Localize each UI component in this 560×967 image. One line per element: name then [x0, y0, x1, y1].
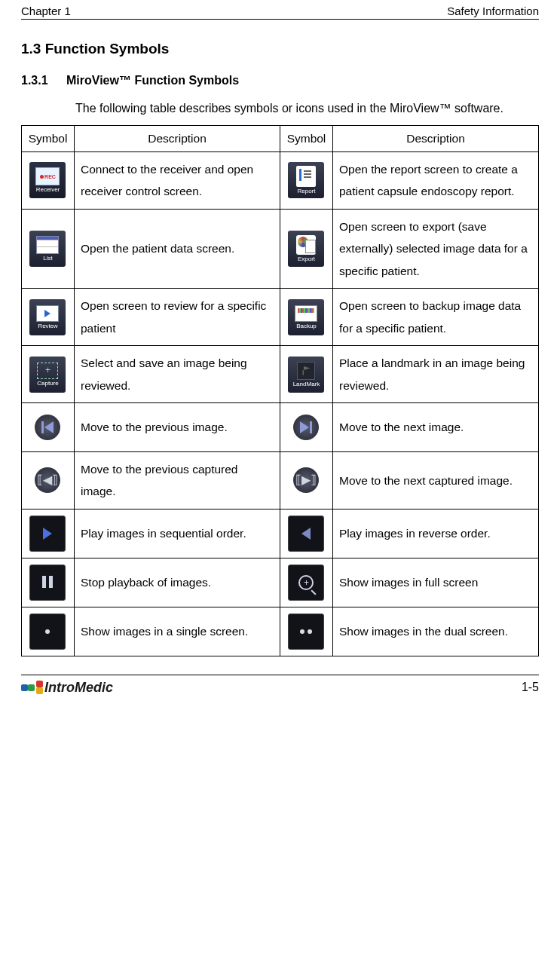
logo: IntroMedic [21, 680, 113, 696]
next-image-icon [288, 409, 324, 445]
description-cell: Open screen to review for a specific pat… [74, 289, 280, 346]
icon-caption: Backup [296, 323, 317, 329]
export-icon: Export [288, 231, 324, 267]
dual-screen-icon [288, 614, 324, 650]
description-cell: Connect to the receiver and open receive… [74, 152, 280, 210]
subsection-title: MiroView™ Function Symbols [66, 74, 239, 87]
icon-caption: Export [298, 256, 315, 262]
description-cell: Open screen to backup image data for a s… [332, 289, 538, 346]
icon-caption: Receiver [36, 186, 60, 193]
backup-icon: Backup [288, 299, 324, 335]
description-cell: Move to the next captured image. [332, 451, 538, 509]
list-icon: List [29, 231, 66, 267]
page-header: Chapter 1 Safety Information [21, 0, 539, 20]
table-row: Capture Select and save an image being r… [22, 346, 539, 403]
subsection-heading: 1.3.1 MiroView™ Function Symbols [21, 74, 539, 87]
description-cell: Show images in the dual screen. [332, 607, 538, 656]
section-number: 1.3 [21, 41, 41, 57]
next-captured-icon: ⟦▶⟧ [288, 462, 324, 498]
section-name: Function Symbols [45, 41, 170, 57]
description-cell: Select and save an image being reviewed. [74, 346, 280, 403]
header-chapter: Chapter 1 [21, 5, 71, 17]
col-header-symbol: Symbol [280, 126, 332, 152]
icon-caption: Review [38, 323, 57, 329]
section-title: 1.3 Function Symbols [21, 41, 539, 57]
prev-captured-icon: ⟦◀⟧ [29, 462, 66, 498]
description-cell: Move to the previous captured image. [74, 451, 280, 509]
description-cell: Play images in sequential order. [74, 509, 280, 558]
report-icon: Report [288, 162, 324, 198]
description-cell: Stop playback of images. [74, 558, 280, 607]
description-cell: Open screen to export (save externally) … [332, 209, 538, 288]
page-footer: IntroMedic 1-5 [21, 675, 539, 696]
play-reverse-icon [288, 516, 324, 552]
description-cell: Show images in full screen [332, 558, 538, 607]
icon-caption: Capture [37, 380, 58, 387]
description-cell: Place a landmark in an image being revie… [332, 346, 538, 403]
intro-text: The following table describes symbols or… [75, 99, 539, 118]
icon-caption: LandMark [293, 381, 320, 387]
col-header-description: Description [332, 126, 538, 152]
capture-icon: Capture [29, 357, 66, 393]
description-cell: Move to the next image. [332, 402, 538, 451]
logo-icon [36, 681, 43, 694]
description-cell: Play images in reverse order. [332, 509, 538, 558]
icon-caption: Report [297, 188, 315, 194]
description-cell: Open the report screen to create a patie… [332, 152, 538, 210]
table-row: List Open the patient data screen. Expor… [22, 209, 539, 288]
logo-text: IntroMedic [44, 680, 113, 696]
header-section: Safety Information [447, 5, 539, 17]
single-screen-icon [29, 614, 66, 650]
col-header-symbol: Symbol [22, 126, 75, 152]
fullscreen-icon: + [288, 565, 324, 601]
table-row: Play images in sequential order. Play im… [22, 509, 539, 558]
logo-icon [21, 684, 35, 691]
table-row: ⟦◀⟧ Move to the previous captured image.… [22, 451, 539, 509]
table-row: Show images in a single screen. Show ima… [22, 607, 539, 656]
page-number: 1-5 [522, 681, 539, 694]
description-cell: Open the patient data screen. [74, 209, 280, 288]
pause-icon [29, 565, 66, 601]
subsection-number: 1.3.1 [21, 74, 51, 87]
table-row: Stop playback of images. + Show images i… [22, 558, 539, 607]
table-row: Move to the previous image. Move to the … [22, 402, 539, 451]
receiver-icon: REC Receiver [29, 162, 66, 198]
description-cell: Show images in a single screen. [74, 607, 280, 656]
table-row: Review Open screen to review for a speci… [22, 289, 539, 346]
landmark-icon: LandMark [288, 357, 324, 393]
prev-image-icon [29, 409, 66, 445]
col-header-description: Description [74, 126, 280, 152]
icon-caption: List [43, 255, 52, 262]
symbols-table: Symbol Description Symbol Description RE… [21, 125, 539, 656]
review-icon: Review [29, 299, 66, 335]
play-forward-icon [29, 516, 66, 552]
description-cell: Move to the previous image. [74, 402, 280, 451]
table-row: REC Receiver Connect to the receiver and… [22, 152, 539, 210]
